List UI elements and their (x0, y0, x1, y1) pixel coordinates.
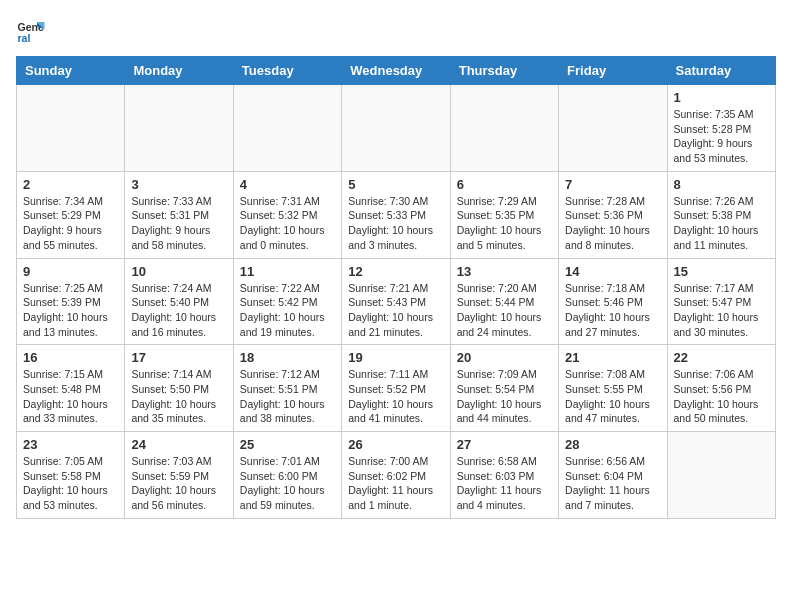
day-number: 17 (131, 350, 226, 365)
calendar-day-cell: 27Sunrise: 6:58 AM Sunset: 6:03 PM Dayli… (450, 432, 558, 519)
calendar-day-cell: 16Sunrise: 7:15 AM Sunset: 5:48 PM Dayli… (17, 345, 125, 432)
calendar-day-cell: 7Sunrise: 7:28 AM Sunset: 5:36 PM Daylig… (559, 171, 667, 258)
calendar-day-cell: 22Sunrise: 7:06 AM Sunset: 5:56 PM Dayli… (667, 345, 775, 432)
calendar-day-cell (450, 85, 558, 172)
day-of-week-header: Saturday (667, 57, 775, 85)
calendar-day-cell: 14Sunrise: 7:18 AM Sunset: 5:46 PM Dayli… (559, 258, 667, 345)
day-number: 16 (23, 350, 118, 365)
calendar-week-row: 1Sunrise: 7:35 AM Sunset: 5:28 PM Daylig… (17, 85, 776, 172)
day-number: 28 (565, 437, 660, 452)
calendar-day-cell: 19Sunrise: 7:11 AM Sunset: 5:52 PM Dayli… (342, 345, 450, 432)
day-number: 21 (565, 350, 660, 365)
day-number: 20 (457, 350, 552, 365)
calendar-day-cell: 1Sunrise: 7:35 AM Sunset: 5:28 PM Daylig… (667, 85, 775, 172)
day-number: 13 (457, 264, 552, 279)
day-info: Sunrise: 7:24 AM Sunset: 5:40 PM Dayligh… (131, 281, 226, 340)
day-number: 10 (131, 264, 226, 279)
day-info: Sunrise: 7:11 AM Sunset: 5:52 PM Dayligh… (348, 367, 443, 426)
day-number: 15 (674, 264, 769, 279)
calendar-table: SundayMondayTuesdayWednesdayThursdayFrid… (16, 56, 776, 519)
day-number: 9 (23, 264, 118, 279)
logo-icon: Gene ral (16, 16, 46, 46)
day-info: Sunrise: 7:14 AM Sunset: 5:50 PM Dayligh… (131, 367, 226, 426)
logo: Gene ral (16, 16, 50, 46)
calendar-day-cell: 8Sunrise: 7:26 AM Sunset: 5:38 PM Daylig… (667, 171, 775, 258)
page-header: Gene ral (16, 16, 776, 46)
calendar-day-cell: 13Sunrise: 7:20 AM Sunset: 5:44 PM Dayli… (450, 258, 558, 345)
day-number: 1 (674, 90, 769, 105)
calendar-day-cell: 6Sunrise: 7:29 AM Sunset: 5:35 PM Daylig… (450, 171, 558, 258)
day-of-week-header: Tuesday (233, 57, 341, 85)
day-info: Sunrise: 7:26 AM Sunset: 5:38 PM Dayligh… (674, 194, 769, 253)
day-number: 4 (240, 177, 335, 192)
day-number: 24 (131, 437, 226, 452)
day-of-week-header: Sunday (17, 57, 125, 85)
day-info: Sunrise: 7:03 AM Sunset: 5:59 PM Dayligh… (131, 454, 226, 513)
day-number: 5 (348, 177, 443, 192)
day-number: 12 (348, 264, 443, 279)
day-info: Sunrise: 7:06 AM Sunset: 5:56 PM Dayligh… (674, 367, 769, 426)
calendar-day-cell: 28Sunrise: 6:56 AM Sunset: 6:04 PM Dayli… (559, 432, 667, 519)
day-number: 8 (674, 177, 769, 192)
day-info: Sunrise: 7:25 AM Sunset: 5:39 PM Dayligh… (23, 281, 118, 340)
day-info: Sunrise: 7:31 AM Sunset: 5:32 PM Dayligh… (240, 194, 335, 253)
day-info: Sunrise: 6:58 AM Sunset: 6:03 PM Dayligh… (457, 454, 552, 513)
calendar-day-cell: 23Sunrise: 7:05 AM Sunset: 5:58 PM Dayli… (17, 432, 125, 519)
calendar-day-cell: 5Sunrise: 7:30 AM Sunset: 5:33 PM Daylig… (342, 171, 450, 258)
calendar-day-cell: 17Sunrise: 7:14 AM Sunset: 5:50 PM Dayli… (125, 345, 233, 432)
day-info: Sunrise: 6:56 AM Sunset: 6:04 PM Dayligh… (565, 454, 660, 513)
day-info: Sunrise: 7:01 AM Sunset: 6:00 PM Dayligh… (240, 454, 335, 513)
day-number: 14 (565, 264, 660, 279)
day-of-week-header: Friday (559, 57, 667, 85)
day-number: 18 (240, 350, 335, 365)
day-info: Sunrise: 7:18 AM Sunset: 5:46 PM Dayligh… (565, 281, 660, 340)
day-info: Sunrise: 7:09 AM Sunset: 5:54 PM Dayligh… (457, 367, 552, 426)
calendar-day-cell: 11Sunrise: 7:22 AM Sunset: 5:42 PM Dayli… (233, 258, 341, 345)
calendar-day-cell: 15Sunrise: 7:17 AM Sunset: 5:47 PM Dayli… (667, 258, 775, 345)
calendar-day-cell: 4Sunrise: 7:31 AM Sunset: 5:32 PM Daylig… (233, 171, 341, 258)
day-number: 25 (240, 437, 335, 452)
day-info: Sunrise: 7:00 AM Sunset: 6:02 PM Dayligh… (348, 454, 443, 513)
day-info: Sunrise: 7:35 AM Sunset: 5:28 PM Dayligh… (674, 107, 769, 166)
day-number: 7 (565, 177, 660, 192)
calendar-day-cell: 3Sunrise: 7:33 AM Sunset: 5:31 PM Daylig… (125, 171, 233, 258)
day-number: 26 (348, 437, 443, 452)
calendar-day-cell: 21Sunrise: 7:08 AM Sunset: 5:55 PM Dayli… (559, 345, 667, 432)
day-of-week-header: Wednesday (342, 57, 450, 85)
day-number: 27 (457, 437, 552, 452)
day-of-week-header: Monday (125, 57, 233, 85)
day-info: Sunrise: 7:05 AM Sunset: 5:58 PM Dayligh… (23, 454, 118, 513)
day-info: Sunrise: 7:08 AM Sunset: 5:55 PM Dayligh… (565, 367, 660, 426)
day-info: Sunrise: 7:30 AM Sunset: 5:33 PM Dayligh… (348, 194, 443, 253)
calendar-header-row: SundayMondayTuesdayWednesdayThursdayFrid… (17, 57, 776, 85)
day-info: Sunrise: 7:22 AM Sunset: 5:42 PM Dayligh… (240, 281, 335, 340)
calendar-day-cell: 18Sunrise: 7:12 AM Sunset: 5:51 PM Dayli… (233, 345, 341, 432)
calendar-week-row: 9Sunrise: 7:25 AM Sunset: 5:39 PM Daylig… (17, 258, 776, 345)
day-number: 3 (131, 177, 226, 192)
day-info: Sunrise: 7:28 AM Sunset: 5:36 PM Dayligh… (565, 194, 660, 253)
calendar-day-cell: 9Sunrise: 7:25 AM Sunset: 5:39 PM Daylig… (17, 258, 125, 345)
calendar-day-cell (667, 432, 775, 519)
calendar-day-cell: 12Sunrise: 7:21 AM Sunset: 5:43 PM Dayli… (342, 258, 450, 345)
calendar-week-row: 16Sunrise: 7:15 AM Sunset: 5:48 PM Dayli… (17, 345, 776, 432)
calendar-day-cell: 26Sunrise: 7:00 AM Sunset: 6:02 PM Dayli… (342, 432, 450, 519)
day-number: 2 (23, 177, 118, 192)
day-info: Sunrise: 7:15 AM Sunset: 5:48 PM Dayligh… (23, 367, 118, 426)
calendar-day-cell (559, 85, 667, 172)
day-info: Sunrise: 7:21 AM Sunset: 5:43 PM Dayligh… (348, 281, 443, 340)
day-info: Sunrise: 7:33 AM Sunset: 5:31 PM Dayligh… (131, 194, 226, 253)
day-number: 19 (348, 350, 443, 365)
calendar-week-row: 2Sunrise: 7:34 AM Sunset: 5:29 PM Daylig… (17, 171, 776, 258)
calendar-day-cell (125, 85, 233, 172)
day-info: Sunrise: 7:34 AM Sunset: 5:29 PM Dayligh… (23, 194, 118, 253)
day-info: Sunrise: 7:12 AM Sunset: 5:51 PM Dayligh… (240, 367, 335, 426)
day-number: 23 (23, 437, 118, 452)
calendar-day-cell: 2Sunrise: 7:34 AM Sunset: 5:29 PM Daylig… (17, 171, 125, 258)
day-number: 6 (457, 177, 552, 192)
day-info: Sunrise: 7:20 AM Sunset: 5:44 PM Dayligh… (457, 281, 552, 340)
calendar-day-cell (17, 85, 125, 172)
calendar-day-cell: 24Sunrise: 7:03 AM Sunset: 5:59 PM Dayli… (125, 432, 233, 519)
day-number: 22 (674, 350, 769, 365)
calendar-day-cell: 10Sunrise: 7:24 AM Sunset: 5:40 PM Dayli… (125, 258, 233, 345)
svg-text:ral: ral (18, 32, 31, 44)
